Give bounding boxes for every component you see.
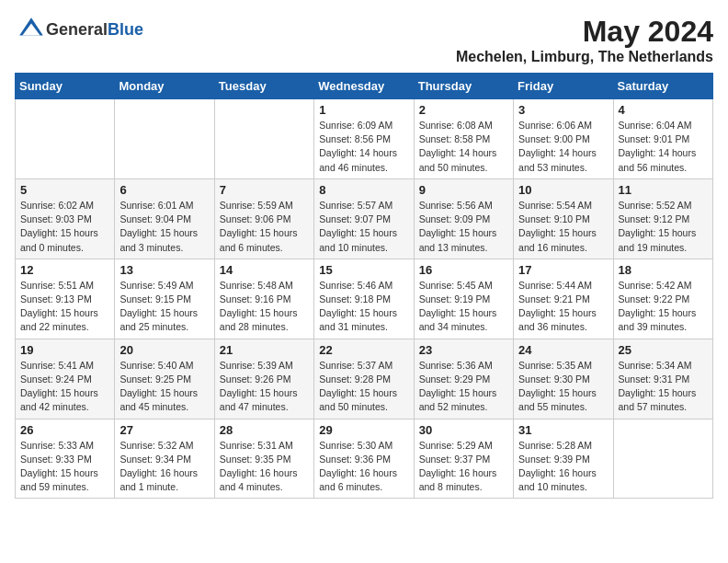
calendar-cell: 10Sunrise: 5:54 AM Sunset: 9:10 PM Dayli… bbox=[514, 178, 613, 259]
calendar-cell: 1Sunrise: 6:09 AM Sunset: 8:56 PM Daylig… bbox=[314, 99, 414, 179]
calendar-cell: 8Sunrise: 5:57 AM Sunset: 9:07 PM Daylig… bbox=[314, 178, 414, 259]
day-info: Sunrise: 5:41 AM Sunset: 9:24 PM Dayligh… bbox=[20, 359, 109, 415]
calendar-cell: 23Sunrise: 5:36 AM Sunset: 9:29 PM Dayli… bbox=[414, 339, 513, 419]
calendar-week-row: 5Sunrise: 6:02 AM Sunset: 9:03 PM Daylig… bbox=[16, 178, 713, 259]
calendar-cell: 16Sunrise: 5:45 AM Sunset: 9:19 PM Dayli… bbox=[414, 259, 513, 339]
day-info: Sunrise: 5:29 AM Sunset: 9:37 PM Dayligh… bbox=[419, 439, 508, 495]
weekday-header-wednesday: Wednesday bbox=[314, 74, 414, 99]
day-number: 25 bbox=[619, 343, 708, 357]
day-number: 1 bbox=[319, 103, 408, 117]
day-info: Sunrise: 6:08 AM Sunset: 8:58 PM Dayligh… bbox=[419, 119, 508, 175]
day-number: 12 bbox=[20, 263, 109, 277]
day-info: Sunrise: 5:52 AM Sunset: 9:12 PM Dayligh… bbox=[619, 199, 708, 255]
day-info: Sunrise: 5:59 AM Sunset: 9:06 PM Dayligh… bbox=[220, 199, 309, 255]
calendar-cell: 29Sunrise: 5:30 AM Sunset: 9:36 PM Dayli… bbox=[314, 419, 414, 499]
logo-general-text: General bbox=[46, 20, 108, 39]
day-info: Sunrise: 5:42 AM Sunset: 9:22 PM Dayligh… bbox=[619, 279, 708, 335]
day-info: Sunrise: 5:31 AM Sunset: 9:35 PM Dayligh… bbox=[220, 439, 309, 495]
day-number: 24 bbox=[518, 343, 608, 357]
calendar-cell: 11Sunrise: 5:52 AM Sunset: 9:12 PM Dayli… bbox=[613, 178, 712, 259]
calendar-cell: 12Sunrise: 5:51 AM Sunset: 9:13 PM Dayli… bbox=[16, 259, 115, 339]
calendar-cell: 14Sunrise: 5:48 AM Sunset: 9:16 PM Dayli… bbox=[214, 259, 313, 339]
day-number: 6 bbox=[119, 183, 209, 197]
calendar-cell: 13Sunrise: 5:49 AM Sunset: 9:15 PM Dayli… bbox=[115, 259, 214, 339]
day-info: Sunrise: 5:57 AM Sunset: 9:07 PM Dayligh… bbox=[319, 199, 408, 255]
day-info: Sunrise: 5:51 AM Sunset: 9:13 PM Dayligh… bbox=[20, 279, 109, 335]
calendar-cell bbox=[214, 99, 313, 179]
calendar-cell: 2Sunrise: 6:08 AM Sunset: 8:58 PM Daylig… bbox=[414, 99, 513, 179]
day-info: Sunrise: 6:02 AM Sunset: 9:03 PM Dayligh… bbox=[20, 199, 109, 255]
calendar-cell: 27Sunrise: 5:32 AM Sunset: 9:34 PM Dayli… bbox=[115, 419, 214, 499]
day-info: Sunrise: 5:37 AM Sunset: 9:28 PM Dayligh… bbox=[319, 359, 408, 415]
calendar-cell: 26Sunrise: 5:33 AM Sunset: 9:33 PM Dayli… bbox=[16, 419, 115, 499]
day-number: 11 bbox=[619, 183, 708, 197]
day-info: Sunrise: 6:04 AM Sunset: 9:01 PM Dayligh… bbox=[619, 119, 708, 175]
calendar-week-row: 26Sunrise: 5:33 AM Sunset: 9:33 PM Dayli… bbox=[16, 419, 713, 499]
day-number: 8 bbox=[319, 183, 408, 197]
calendar-week-row: 19Sunrise: 5:41 AM Sunset: 9:24 PM Dayli… bbox=[16, 339, 713, 419]
day-info: Sunrise: 5:34 AM Sunset: 9:31 PM Dayligh… bbox=[619, 359, 708, 415]
weekday-header-sunday: Sunday bbox=[16, 74, 115, 99]
day-info: Sunrise: 5:48 AM Sunset: 9:16 PM Dayligh… bbox=[220, 279, 309, 335]
day-info: Sunrise: 5:49 AM Sunset: 9:15 PM Dayligh… bbox=[119, 279, 209, 335]
calendar-week-row: 1Sunrise: 6:09 AM Sunset: 8:56 PM Daylig… bbox=[16, 99, 713, 179]
day-number: 29 bbox=[319, 423, 408, 437]
day-info: Sunrise: 6:01 AM Sunset: 9:04 PM Dayligh… bbox=[119, 199, 209, 255]
calendar-cell: 25Sunrise: 5:34 AM Sunset: 9:31 PM Dayli… bbox=[613, 339, 712, 419]
calendar-cell: 31Sunrise: 5:28 AM Sunset: 9:39 PM Dayli… bbox=[514, 419, 613, 499]
day-info: Sunrise: 5:45 AM Sunset: 9:19 PM Dayligh… bbox=[419, 279, 508, 335]
weekday-header-saturday: Saturday bbox=[613, 74, 712, 99]
calendar-cell: 19Sunrise: 5:41 AM Sunset: 9:24 PM Dayli… bbox=[16, 339, 115, 419]
calendar-cell: 21Sunrise: 5:39 AM Sunset: 9:26 PM Dayli… bbox=[214, 339, 313, 419]
day-info: Sunrise: 5:56 AM Sunset: 9:09 PM Dayligh… bbox=[419, 199, 508, 255]
calendar-cell: 18Sunrise: 5:42 AM Sunset: 9:22 PM Dayli… bbox=[613, 259, 712, 339]
calendar-cell: 30Sunrise: 5:29 AM Sunset: 9:37 PM Dayli… bbox=[414, 419, 513, 499]
day-number: 17 bbox=[518, 263, 608, 277]
day-info: Sunrise: 5:46 AM Sunset: 9:18 PM Dayligh… bbox=[319, 279, 408, 335]
day-number: 10 bbox=[518, 183, 608, 197]
day-number: 13 bbox=[119, 263, 209, 277]
day-info: Sunrise: 5:44 AM Sunset: 9:21 PM Dayligh… bbox=[518, 279, 608, 335]
calendar-cell: 4Sunrise: 6:04 AM Sunset: 9:01 PM Daylig… bbox=[613, 99, 712, 179]
day-number: 30 bbox=[419, 423, 508, 437]
weekday-header-tuesday: Tuesday bbox=[214, 74, 313, 99]
weekday-header-row: SundayMondayTuesdayWednesdayThursdayFrid… bbox=[16, 74, 713, 99]
day-info: Sunrise: 5:39 AM Sunset: 9:26 PM Dayligh… bbox=[220, 359, 309, 415]
day-number: 16 bbox=[419, 263, 508, 277]
calendar-cell: 24Sunrise: 5:35 AM Sunset: 9:30 PM Dayli… bbox=[514, 339, 613, 419]
weekday-header-friday: Friday bbox=[514, 74, 613, 99]
day-number: 5 bbox=[20, 183, 109, 197]
calendar-cell: 5Sunrise: 6:02 AM Sunset: 9:03 PM Daylig… bbox=[16, 178, 115, 259]
day-number: 4 bbox=[619, 103, 708, 117]
day-info: Sunrise: 5:32 AM Sunset: 9:34 PM Dayligh… bbox=[119, 439, 209, 495]
day-number: 21 bbox=[220, 343, 309, 357]
page-header: GeneralBlue May 2024 Mechelen, Limburg, … bbox=[15, 15, 713, 65]
calendar-cell: 7Sunrise: 5:59 AM Sunset: 9:06 PM Daylig… bbox=[214, 178, 313, 259]
calendar-cell: 22Sunrise: 5:37 AM Sunset: 9:28 PM Dayli… bbox=[314, 339, 414, 419]
day-info: Sunrise: 5:40 AM Sunset: 9:25 PM Dayligh… bbox=[119, 359, 209, 415]
day-number: 26 bbox=[20, 423, 109, 437]
calendar-cell: 20Sunrise: 5:40 AM Sunset: 9:25 PM Dayli… bbox=[115, 339, 214, 419]
calendar-cell bbox=[16, 99, 115, 179]
calendar-week-row: 12Sunrise: 5:51 AM Sunset: 9:13 PM Dayli… bbox=[16, 259, 713, 339]
day-number: 2 bbox=[419, 103, 508, 117]
day-number: 15 bbox=[319, 263, 408, 277]
day-number: 3 bbox=[518, 103, 608, 117]
logo-blue-text: Blue bbox=[108, 20, 143, 39]
day-info: Sunrise: 5:28 AM Sunset: 9:39 PM Dayligh… bbox=[518, 439, 608, 495]
weekday-header-thursday: Thursday bbox=[414, 74, 513, 99]
day-number: 20 bbox=[119, 343, 209, 357]
month-year-title: May 2024 bbox=[456, 15, 713, 49]
day-info: Sunrise: 5:35 AM Sunset: 9:30 PM Dayligh… bbox=[518, 359, 608, 415]
day-info: Sunrise: 5:30 AM Sunset: 9:36 PM Dayligh… bbox=[319, 439, 408, 495]
day-info: Sunrise: 5:33 AM Sunset: 9:33 PM Dayligh… bbox=[20, 439, 109, 495]
day-number: 22 bbox=[319, 343, 408, 357]
calendar-cell: 17Sunrise: 5:44 AM Sunset: 9:21 PM Dayli… bbox=[514, 259, 613, 339]
logo: GeneralBlue bbox=[15, 15, 143, 44]
day-number: 28 bbox=[220, 423, 309, 437]
day-number: 9 bbox=[419, 183, 508, 197]
location-subtitle: Mechelen, Limburg, The Netherlands bbox=[456, 49, 713, 65]
day-number: 19 bbox=[20, 343, 109, 357]
calendar-cell: 9Sunrise: 5:56 AM Sunset: 9:09 PM Daylig… bbox=[414, 178, 513, 259]
calendar-cell: 15Sunrise: 5:46 AM Sunset: 9:18 PM Dayli… bbox=[314, 259, 414, 339]
